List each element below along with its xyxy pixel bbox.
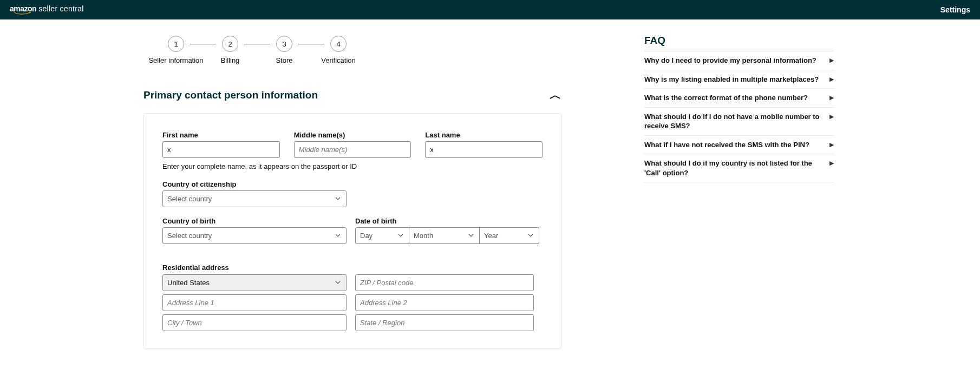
last-name-label: Last name [425, 131, 543, 139]
section-title: Primary contact person information [143, 89, 318, 101]
address-line-1-input[interactable] [162, 294, 347, 311]
faq-question: What if I have not received the SMS with… [644, 140, 829, 150]
faq-item[interactable]: What is the correct format of the phone … [644, 89, 834, 108]
step-label: Verification [321, 56, 356, 65]
faq-item[interactable]: Why do I need to provide my personal inf… [644, 51, 834, 70]
faq-item[interactable]: What should I do if I do not have a mobi… [644, 108, 834, 136]
name-helper-text: Enter your complete name, as it appears … [162, 162, 543, 170]
citizenship-select[interactable]: Select country [162, 190, 347, 207]
step-label: Seller information [148, 56, 203, 65]
state-input[interactable] [355, 314, 534, 331]
faq-item[interactable]: What should I do if my country is not li… [644, 154, 834, 182]
faq-question: What should I do if my country is not li… [644, 159, 829, 177]
faq-title: FAQ [644, 35, 834, 51]
last-name-input[interactable] [425, 141, 543, 158]
birth-country-label: Country of birth [162, 217, 347, 225]
residential-label: Residential address [162, 263, 229, 272]
birth-country-select[interactable]: Select country [162, 227, 347, 244]
triangle-right-icon: ▶ [829, 57, 834, 64]
section-toggle[interactable]: Primary contact person information ︿ [143, 87, 561, 103]
faq-question: What should I do if I do not have a mobi… [644, 112, 829, 131]
settings-link[interactable]: Settings [940, 5, 970, 14]
step-verification[interactable]: 4 Verification [306, 36, 371, 65]
chevron-up-icon: ︿ [550, 87, 561, 103]
step-label: Store [276, 56, 292, 65]
dob-label: Date of birth [355, 217, 539, 225]
first-name-label: First name [162, 131, 280, 139]
middle-name-label: Middle name(s) [294, 131, 411, 139]
triangle-right-icon: ▶ [829, 141, 834, 148]
triangle-right-icon: ▶ [829, 160, 834, 167]
top-bar: amazon seller central Settings [0, 0, 980, 19]
triangle-right-icon: ▶ [829, 94, 834, 101]
triangle-right-icon: ▶ [829, 113, 834, 120]
zip-input[interactable] [355, 274, 534, 291]
logo-brand: amazon [10, 4, 36, 13]
city-input[interactable] [162, 314, 347, 331]
progress-stepper: 1 Seller information 2 Billing 3 Store 4… [143, 36, 612, 65]
step-label: Billing [221, 56, 240, 65]
address-line-2-input[interactable] [355, 294, 534, 311]
faq-question: Why is my listing enabled in multiple ma… [644, 75, 829, 84]
residential-country-select[interactable]: United States [162, 274, 347, 291]
logo[interactable]: amazon seller central [10, 4, 84, 15]
middle-name-input[interactable] [294, 141, 411, 158]
step-number: 1 [168, 36, 184, 52]
step-number: 4 [330, 36, 347, 52]
faq-question: What is the correct format of the phone … [644, 93, 829, 103]
main-content: 1 Seller information 2 Billing 3 Store 4… [0, 19, 644, 365]
citizenship-label: Country of citizenship [162, 180, 347, 188]
dob-year-select[interactable]: Year [480, 227, 539, 244]
faq-item[interactable]: Why is my listing enabled in multiple ma… [644, 70, 834, 89]
faq-item[interactable]: What if I have not received the SMS with… [644, 136, 834, 155]
triangle-right-icon: ▶ [829, 76, 834, 83]
form-card: First name Middle name(s) Last name Ente… [143, 113, 561, 349]
step-number: 3 [276, 36, 292, 52]
dob-day-select[interactable]: Day [355, 227, 409, 244]
logo-sub: seller central [38, 4, 84, 13]
step-number: 2 [222, 36, 238, 52]
first-name-input[interactable] [162, 141, 280, 158]
dob-month-select[interactable]: Month [409, 227, 480, 244]
faq-sidebar: FAQ Why do I need to provide my personal… [644, 19, 845, 365]
faq-question: Why do I need to provide my personal inf… [644, 56, 829, 65]
